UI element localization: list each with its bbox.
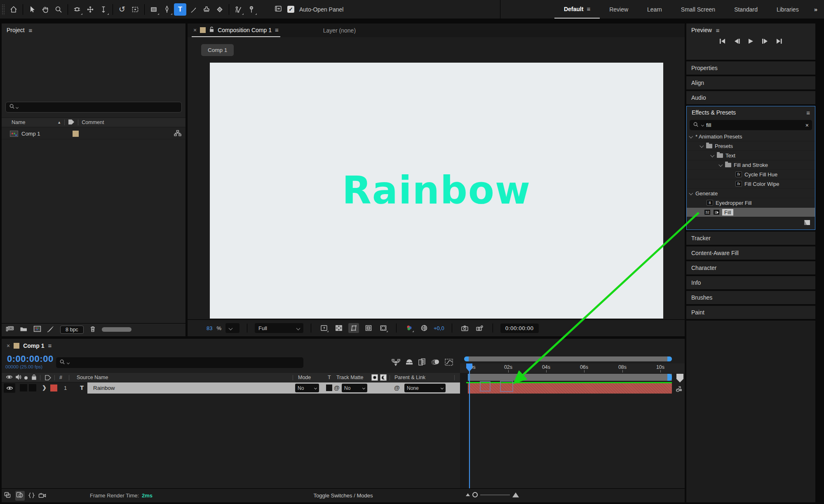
audio-column-icon[interactable] — [15, 374, 21, 381]
transparency-grid-icon[interactable] — [333, 323, 344, 333]
expressions-icon[interactable] — [28, 492, 35, 500]
caret-icon[interactable] — [718, 162, 723, 166]
panel-tab-brushes[interactable]: Brushes — [686, 291, 815, 304]
panel-tab-content-aware-fill[interactable]: Content-Aware Fill — [686, 246, 815, 260]
layer-label-color[interactable] — [50, 384, 57, 391]
roto-brush-tool[interactable] — [232, 3, 244, 16]
composition-tab[interactable]: × Composition Comp 1 ≡ — [192, 23, 280, 37]
layer-tab[interactable]: Layer (none) — [323, 27, 356, 34]
camera-shy-icon[interactable] — [38, 492, 46, 500]
composition-viewport[interactable]: Rainbow — [210, 63, 663, 319]
tree-row-fill-color-wipe[interactable]: fx Fill Color Wipe — [687, 179, 815, 189]
layer-duration-bar[interactable] — [468, 383, 672, 394]
new-composition-icon[interactable] — [33, 326, 41, 333]
alpha-matte-icon[interactable] — [371, 374, 378, 382]
toggle-switches-modes-button[interactable]: Toggle Switches / Modes — [314, 492, 373, 499]
column-name[interactable]: Name — [12, 120, 25, 125]
parent-pickwhip-icon[interactable]: @ — [394, 384, 400, 391]
mini-flowchart-icon[interactable] — [4, 492, 12, 500]
time-ruler[interactable]: 0s 02s 04s 06s 08s 10s — [460, 363, 685, 373]
playhead-line[interactable] — [469, 364, 470, 488]
workspace-tab-libraries[interactable]: Libraries — [767, 0, 808, 19]
panel-tab-character[interactable]: Character — [686, 261, 815, 274]
selection-tool[interactable] — [26, 3, 38, 16]
workspace-tab-standard[interactable]: Standard — [725, 0, 767, 19]
resolution-dropdown[interactable]: Full — [255, 323, 303, 333]
column-source-name[interactable]: Source Name — [77, 375, 108, 380]
zoom-slider-track[interactable] — [480, 495, 510, 495]
unlock-icon[interactable] — [209, 26, 214, 34]
matte-pickwhip-icon[interactable]: @ — [334, 384, 340, 391]
navigator-start-handle[interactable] — [464, 356, 469, 361]
panel-tab-audio[interactable]: Audio — [686, 91, 815, 104]
column-parent-link[interactable]: Parent & Link — [394, 375, 425, 380]
workspace-tab-review[interactable]: Review — [600, 0, 638, 19]
close-icon[interactable]: × — [193, 27, 197, 33]
first-frame-button[interactable] — [719, 38, 726, 45]
sort-asc-icon[interactable]: ▲ — [57, 120, 61, 124]
close-icon[interactable]: × — [7, 342, 10, 349]
motion-blur-icon[interactable] — [431, 358, 440, 368]
layer-expander-icon[interactable]: ❯ — [42, 384, 47, 391]
layer-visibility-eye-icon[interactable] — [4, 383, 15, 393]
video-column-icon[interactable] — [6, 375, 13, 381]
eraser-tool[interactable] — [214, 3, 226, 16]
column-t[interactable]: T — [328, 375, 331, 380]
pan-camera-tool[interactable] — [84, 3, 96, 16]
work-area-bar[interactable] — [464, 374, 672, 381]
puppet-pin-tool[interactable] — [245, 3, 258, 16]
panel-tab-paint[interactable]: Paint — [686, 306, 815, 319]
effects-search-input[interactable] — [706, 122, 801, 128]
next-frame-button[interactable] — [761, 38, 768, 45]
trash-icon[interactable] — [89, 326, 96, 334]
tree-row-animation-presets[interactable]: * Animation Presets — [687, 132, 815, 141]
new-preset-icon[interactable] — [803, 219, 811, 227]
preserve-transparency-toggle[interactable] — [326, 384, 332, 391]
tree-row-fill-and-stroke[interactable]: Fill and Stroke — [687, 160, 815, 170]
current-time-field[interactable]: 0:00:00:00 — [7, 354, 54, 364]
tree-row-eyedropper-fill[interactable]: 8 Eyedropper Fill — [687, 198, 815, 208]
auto-open-checkbox[interactable]: ✓ — [287, 6, 294, 13]
luma-matte-icon[interactable] — [380, 374, 387, 382]
layer-row[interactable]: ❯ 1 T Rainbow No @ No @ None — [2, 382, 460, 394]
zoom-out-mountain-icon[interactable] — [466, 493, 470, 496]
channel-rgb-icon[interactable] — [404, 323, 415, 333]
caret-icon[interactable] — [689, 134, 693, 138]
blend-mode-dropdown[interactable]: No — [295, 384, 319, 392]
panel-tab-info[interactable]: Info — [686, 276, 815, 289]
caret-icon[interactable] — [700, 143, 704, 148]
label-color-swatch[interactable] — [73, 131, 79, 137]
composition-panel-menu-icon[interactable]: ≡ — [275, 26, 279, 33]
tree-row-fill[interactable]: 32 Fill — [687, 208, 815, 217]
exposure-value[interactable]: +0,0 — [434, 325, 444, 331]
effects-search[interactable]: × — [690, 120, 812, 130]
clone-stamp-tool[interactable] — [200, 3, 213, 16]
frame-blending-icon[interactable] — [418, 358, 427, 368]
label-column-icon[interactable] — [45, 375, 51, 382]
column-mode[interactable]: Mode — [298, 375, 311, 380]
comp-breadcrumb-button[interactable]: Comp 1 — [201, 44, 234, 56]
last-frame-button[interactable] — [776, 38, 783, 45]
solo-column-icon[interactable] — [24, 376, 28, 380]
zoom-in-mountain-icon[interactable] — [512, 492, 519, 497]
zoom-tool[interactable] — [52, 3, 65, 16]
fast-previews-icon[interactable] — [319, 323, 329, 333]
effects-presets-menu-icon[interactable]: ≡ — [806, 109, 810, 116]
layer-solo-toggle[interactable] — [20, 384, 27, 391]
dolly-camera-tool[interactable] — [97, 3, 110, 16]
composition-flowchart-icon[interactable] — [392, 358, 401, 368]
workspace-tab-small-screen[interactable]: Small Screen — [671, 0, 725, 19]
bit-depth-button[interactable]: 8 bpc — [60, 326, 84, 334]
timeline-tab[interactable]: × Comp 1 ≡ — [2, 339, 685, 352]
toolbar-grip[interactable] — [2, 4, 5, 15]
timeline-column-divider[interactable] — [460, 373, 468, 488]
workspace-menu-icon[interactable]: ≡ — [587, 5, 590, 12]
tree-row-generate[interactable]: Generate — [687, 189, 815, 198]
label-column-icon[interactable] — [68, 119, 75, 126]
hand-tool[interactable] — [39, 3, 52, 16]
rectangle-tool[interactable] — [148, 3, 160, 16]
preview-panel-menu-icon[interactable]: ≡ — [716, 27, 720, 34]
zoom-percentage[interactable]: 83 — [207, 325, 212, 331]
frame-blend-toggle-icon[interactable] — [15, 491, 25, 501]
layer-lock-toggle[interactable] — [29, 384, 36, 391]
